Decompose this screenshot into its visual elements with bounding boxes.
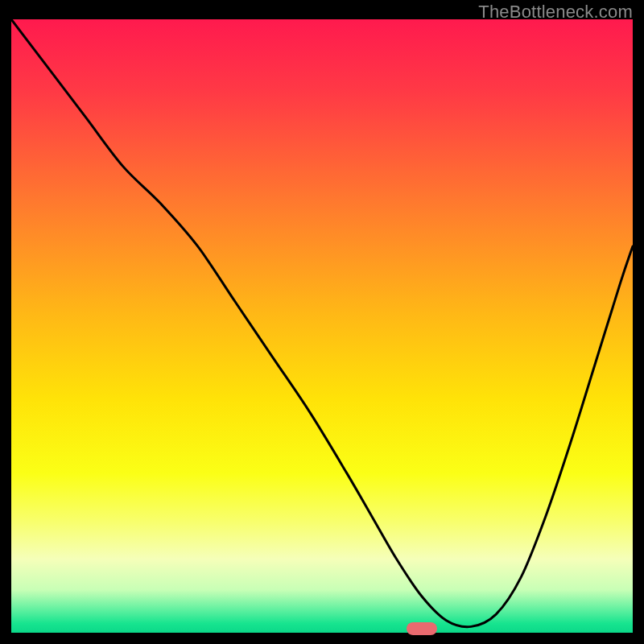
chart-frame: TheBottleneck.com [0,0,644,644]
watermark-text: TheBottleneck.com [478,2,633,23]
plot-area [11,19,633,633]
bottleneck-curve [11,19,633,633]
optimal-marker [407,622,437,635]
